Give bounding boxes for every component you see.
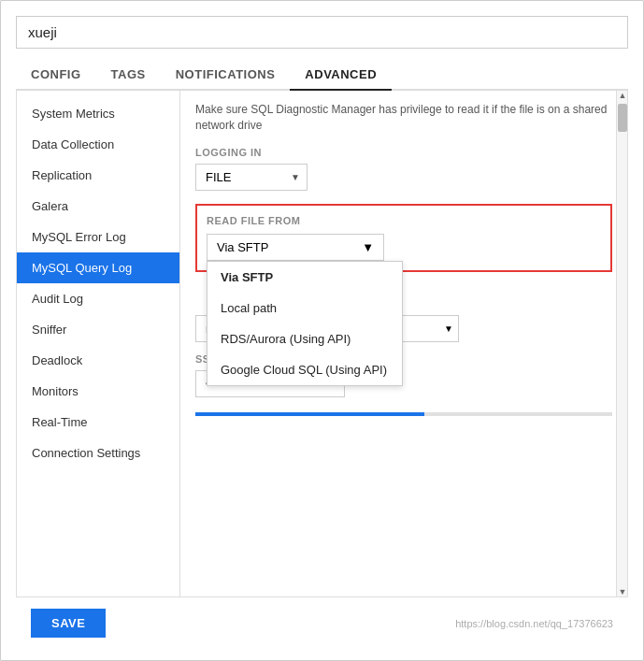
sidebar-item-monitors[interactable]: Monitors: [17, 376, 179, 407]
note-text: Make sure SQL Diagnostic Manager has pri…: [195, 102, 612, 134]
scrollbar-arrow-up[interactable]: ▲: [617, 91, 627, 100]
sftp-chevron-icon: ▼: [362, 240, 374, 254]
sidebar-item-data-collection[interactable]: Data Collection: [17, 129, 179, 160]
sidebar-item-deadlock[interactable]: Deadlock: [17, 345, 179, 376]
sidebar: System Metrics Data Collection Replicati…: [17, 91, 180, 596]
read-file-section: READ FILE FROM Via SFTP ▼ Via SFTP Local…: [195, 204, 612, 272]
sidebar-item-galera[interactable]: Galera: [17, 191, 179, 222]
sidebar-item-real-time[interactable]: Real-Time: [17, 407, 179, 438]
sftp-select-button[interactable]: Via SFTP ▼: [207, 234, 384, 261]
sidebar-item-sniffer[interactable]: Sniffer: [17, 314, 179, 345]
dropdown-item-via-sftp[interactable]: Via SFTP: [208, 262, 402, 293]
tab-config[interactable]: CONFIG: [16, 60, 96, 91]
tab-notifications[interactable]: NOTIFICATIONS: [161, 60, 291, 91]
sidebar-item-connection-settings[interactable]: Connection Settings: [17, 438, 179, 468]
sidebar-item-audit-log[interactable]: Audit Log: [17, 283, 179, 314]
read-file-from-label: READ FILE FROM: [207, 215, 601, 226]
sftp-dropdown-menu: Via SFTP Local path RDS/Aurora (Using AP…: [207, 261, 403, 386]
scrollbar-track: ▲ ▼: [616, 91, 627, 596]
scrollbar-arrow-down[interactable]: ▼: [617, 587, 627, 596]
save-button[interactable]: SAVE: [31, 609, 106, 638]
sidebar-item-mysql-query-log[interactable]: MySQL Query Log: [17, 252, 179, 283]
progress-bar-container: [195, 412, 612, 416]
tab-tags[interactable]: TAGS: [96, 60, 161, 91]
scrollbar-thumb[interactable]: [618, 104, 627, 132]
tab-bar: CONFIG TAGS NOTIFICATIONS ADVANCED: [16, 60, 628, 91]
sidebar-item-system-metrics[interactable]: System Metrics: [17, 98, 179, 129]
sftp-select-wrapper: Via SFTP ▼ Via SFTP Local path RDS/Auror…: [207, 234, 384, 261]
dropdown-item-rds-aurora[interactable]: RDS/Aurora (Using API): [208, 323, 402, 354]
dropdown-item-local-path[interactable]: Local path: [208, 293, 402, 323]
content-area: Make sure SQL Diagnostic Manager has pri…: [180, 91, 627, 596]
title-bar: [16, 16, 628, 49]
logging-in-select[interactable]: FILE: [195, 164, 308, 191]
sidebar-item-mysql-error-log[interactable]: MySQL Error Log: [17, 222, 179, 252]
footer-url: https://blog.csdn.net/qq_17376623: [455, 618, 613, 629]
title-input[interactable]: [16, 16, 628, 49]
progress-bar: [195, 412, 424, 416]
dropdown-item-google-cloud[interactable]: Google Cloud SQL (Using API): [208, 354, 402, 385]
tab-advanced[interactable]: ADVANCED: [290, 60, 392, 91]
sftp-selected-value: Via SFTP: [217, 240, 268, 254]
logging-in-select-wrapper: FILE ▼: [195, 164, 308, 191]
footer: SAVE https://blog.csdn.net/qq_17376623: [16, 597, 628, 645]
content-scroll: Make sure SQL Diagnostic Manager has pri…: [180, 91, 627, 596]
main-content: System Metrics Data Collection Replicati…: [16, 91, 628, 597]
logging-in-label: LOGGING IN: [195, 147, 612, 158]
sidebar-item-replication[interactable]: Replication: [17, 160, 179, 191]
main-window: CONFIG TAGS NOTIFICATIONS ADVANCED Syste…: [0, 0, 644, 661]
